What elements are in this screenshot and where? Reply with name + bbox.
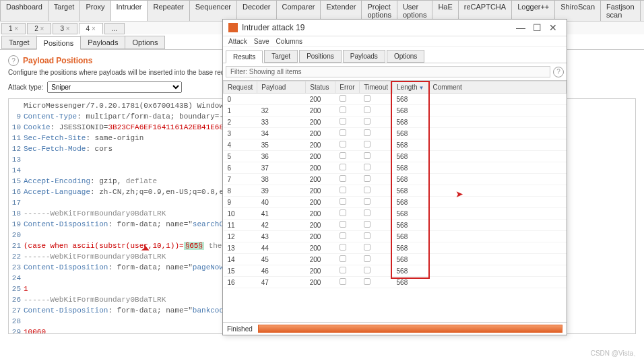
popup-tab-results[interactable]: Results — [226, 51, 263, 63]
table-row[interactable]: 1445200568 — [224, 254, 567, 265]
table-row[interactable]: 1041200568 — [224, 208, 567, 220]
session-tab[interactable]: 3 — [53, 23, 77, 34]
table-row[interactable]: 1243200568 — [224, 231, 567, 242]
main-tab-project-options[interactable]: Project options — [361, 0, 397, 21]
col-status[interactable]: Status — [306, 81, 335, 94]
table-row[interactable]: 334200568 — [224, 128, 567, 139]
table-row[interactable]: 839200568 — [224, 185, 567, 197]
session-tab[interactable]: ... — [104, 23, 125, 34]
sub-tab-positions[interactable]: Positions — [36, 36, 82, 50]
intruder-attack-window: Intruder attack 19 — ☐ ✕ AttackSaveColum… — [222, 19, 567, 335]
main-tab-intruder[interactable]: Intruder — [110, 0, 148, 21]
table-row[interactable]: 536200568 — [224, 151, 567, 162]
col-request[interactable]: Request — [224, 81, 257, 94]
popup-tab-target[interactable]: Target — [264, 50, 298, 63]
table-row[interactable]: 233200568 — [224, 117, 567, 128]
sub-tab-target[interactable]: Target — [1, 36, 37, 49]
table-row[interactable]: 940200568 — [224, 197, 567, 208]
main-tab-logger++[interactable]: Logger++ — [511, 0, 555, 21]
menu-attack[interactable]: Attack — [228, 38, 247, 45]
col-error[interactable]: Error — [335, 81, 360, 94]
main-tab-hae[interactable]: HaE — [432, 0, 458, 21]
popup-tab-positions[interactable]: Positions — [299, 50, 342, 63]
help-icon[interactable]: ? — [553, 67, 564, 77]
sub-tab-options[interactable]: Options — [125, 36, 165, 49]
col-payload[interactable]: Payload — [257, 81, 306, 94]
popup-tab-payloads[interactable]: Payloads — [343, 50, 385, 63]
minimize-button[interactable]: — — [513, 22, 529, 33]
filter-bar[interactable]: Filter: Showing all items — [226, 66, 550, 77]
table-row[interactable]: 132200568 — [224, 105, 567, 117]
main-tab-recaptcha[interactable]: reCAPTCHA — [458, 0, 512, 21]
table-row[interactable]: 0200568 — [224, 94, 567, 105]
popup-tab-options[interactable]: Options — [387, 50, 424, 63]
main-tab-bypass-waf[interactable]: Bypass WAF — [640, 0, 644, 21]
session-tab[interactable]: 1 — [1, 23, 26, 34]
table-row[interactable]: 1344200568 — [224, 242, 567, 254]
table-row[interactable]: 435200568 — [224, 139, 567, 151]
table-row[interactable]: 1647200568 — [224, 277, 567, 288]
table-row[interactable]: 738200568 — [224, 174, 567, 185]
col-timeout[interactable]: Timeout — [360, 81, 393, 94]
watermark: CSDN @Vista、 — [591, 349, 640, 358]
col-comment[interactable]: Comment — [428, 81, 566, 94]
attack-type-label: Attack type: — [8, 84, 43, 91]
main-tab-sequencer[interactable]: Sequencer — [189, 0, 237, 21]
close-button[interactable]: ✕ — [545, 22, 561, 33]
main-tab-decoder[interactable]: Decoder — [236, 0, 277, 21]
progress-bar — [258, 325, 562, 333]
help-icon[interactable]: ? — [8, 55, 19, 66]
menu-save[interactable]: Save — [254, 38, 269, 45]
table-row[interactable]: 637200568 — [224, 162, 567, 174]
session-tab[interactable]: 4 — [79, 23, 103, 34]
sub-tab-payloads[interactable]: Payloads — [80, 36, 125, 49]
table-row[interactable]: 1546200568 — [224, 265, 567, 277]
main-tab-shiroscan[interactable]: ShiroScan — [554, 0, 601, 21]
main-tab-target[interactable]: Target — [48, 0, 81, 21]
main-tab-fastjson-scan[interactable]: Fastjson scan — [600, 0, 641, 21]
window-title: Intruder attack 19 — [242, 23, 513, 32]
menu-columns[interactable]: Columns — [276, 38, 302, 45]
session-tab[interactable]: 2 — [27, 23, 51, 34]
main-tab-repeater[interactable]: Repeater — [147, 0, 189, 21]
main-tab-user-options[interactable]: User options — [397, 0, 432, 21]
main-tab-proxy[interactable]: Proxy — [79, 0, 110, 21]
results-table[interactable]: RequestPayloadStatusErrorTimeoutLength▼C… — [223, 81, 567, 288]
table-row[interactable]: 1142200568 — [224, 220, 567, 231]
main-tab-extender[interactable]: Extender — [320, 0, 362, 21]
app-icon — [228, 23, 238, 32]
section-title: Payload Positions — [23, 56, 92, 65]
attack-type-select[interactable]: Sniper — [47, 81, 182, 93]
status-text: Finished — [227, 325, 253, 333]
main-tab-dashboard[interactable]: Dashboard — [0, 0, 49, 21]
col-length[interactable]: Length▼ — [393, 81, 429, 94]
maximize-button[interactable]: ☐ — [529, 22, 545, 33]
main-tab-comparer[interactable]: Comparer — [276, 0, 321, 21]
